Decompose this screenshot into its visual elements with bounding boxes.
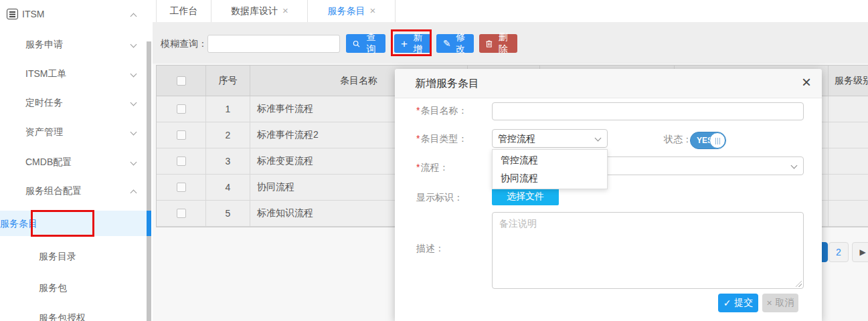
row-checkbox[interactable] <box>177 183 186 192</box>
add-service-entry-modal: 新增服务条目 × *条目名称： *条目类型： 管控流程 状态： YES 管控流程… <box>395 69 822 321</box>
row-seq: 1 <box>206 96 250 122</box>
row-select-cell <box>157 96 206 122</box>
sidebar-root-label: ITSM <box>22 4 44 24</box>
sidebar-item-label: 服务包 <box>39 278 67 298</box>
sidebar-item-service-catalog[interactable]: 服务目录 <box>0 246 151 266</box>
row-cell <box>829 201 868 227</box>
check-icon: ✓ <box>723 298 731 308</box>
label-text: 显示标识： <box>416 192 463 203</box>
row-cell <box>829 122 868 148</box>
required-marker: * <box>416 105 420 116</box>
row-checkbox[interactable] <box>177 130 186 140</box>
tab-label: 数据库设计 <box>231 5 278 16</box>
textarea-resize-handle[interactable] <box>795 280 802 287</box>
dropdown-option-collab-flow[interactable]: 协同流程 <box>493 169 607 187</box>
entry-type-select[interactable]: 管控流程 <box>492 129 608 148</box>
add-button[interactable]: + 新增 <box>394 34 432 53</box>
chevron-down-icon <box>791 163 798 169</box>
tab-label: 工作台 <box>170 5 198 16</box>
status-toggle[interactable]: YES <box>690 132 726 149</box>
sidebar-item-scheduled-task[interactable]: 定时任务 <box>0 92 151 112</box>
add-button-label: 新增 <box>411 31 425 56</box>
delete-button[interactable]: 删除 <box>479 34 517 53</box>
choose-file-button[interactable]: 选择文件 <box>492 188 559 205</box>
chevron-up-icon <box>131 190 137 197</box>
entry-name-label: *条目名称： <box>416 105 467 117</box>
close-icon[interactable]: × <box>370 5 376 16</box>
submit-button-label: 提交 <box>734 297 753 309</box>
toolbar: 模糊查询： 查询 + 新增 ✎ 修改 删除 <box>153 22 868 64</box>
dropdown-option-control-flow[interactable]: 管控流程 <box>493 151 607 169</box>
cancel-button[interactable]: × 取消 <box>762 294 798 312</box>
row-cell <box>829 175 868 201</box>
row-seq: 5 <box>206 201 250 227</box>
select-all-checkbox[interactable] <box>177 76 186 86</box>
row-checkbox[interactable] <box>177 156 186 166</box>
chevron-down-icon <box>131 159 137 166</box>
pencil-icon: ✎ <box>443 38 451 49</box>
sidebar-item-label: 服务组合配置 <box>25 181 82 201</box>
sidebar-item-itsm-ticket[interactable]: ITSM工单 <box>0 64 151 84</box>
fuzzy-search-label: 模糊查询： <box>161 38 207 50</box>
sidebar-item-asset-mgmt[interactable]: 资产管理 <box>0 122 151 142</box>
sidebar-item-service-combo-config[interactable]: 服务组合配置 <box>0 181 151 201</box>
row-select-cell <box>157 148 206 175</box>
sidebar-item-service-package[interactable]: 服务包 <box>0 278 151 298</box>
flow-label: *流程： <box>416 162 448 174</box>
sidebar-item-cmdb-config[interactable]: CMDB配置 <box>0 152 151 172</box>
sidebar-item-label: 资产管理 <box>25 122 63 142</box>
fuzzy-search-input[interactable] <box>207 35 340 53</box>
next-page-icon: ▶ <box>859 247 865 257</box>
trash-icon <box>486 39 493 48</box>
description-label: 描述： <box>416 243 444 255</box>
tab-service-entry[interactable]: 服务条目× <box>309 0 396 22</box>
required-marker: * <box>416 162 420 173</box>
label-text: 流程： <box>420 162 448 173</box>
header-select-all-cell <box>157 66 206 96</box>
search-icon <box>353 39 360 48</box>
sidebar-item-label: 服务条目 <box>0 218 37 229</box>
sidebar: ITSM 服务申请 ITSM工单 定时任务 资产管理 CMDB配置 服务组合配置 <box>0 0 153 321</box>
entry-name-input[interactable] <box>492 102 804 120</box>
app-root: ITSM 服务申请 ITSM工单 定时任务 资产管理 CMDB配置 服务组合配置 <box>0 0 868 321</box>
pagination-next-button[interactable]: ▶ <box>852 242 868 262</box>
header-service-level: 服务级别 <box>829 66 868 96</box>
submit-button[interactable]: ✓ 提交 <box>718 294 758 312</box>
sidebar-item-label: 服务申请 <box>25 34 63 54</box>
status-label: 状态： <box>664 134 692 146</box>
chevron-down-icon <box>131 129 137 136</box>
menu-list-icon <box>7 9 18 19</box>
edit-button-label: 修改 <box>454 31 467 56</box>
tab-workbench[interactable]: 工作台 <box>156 0 211 22</box>
sidebar-item-label: CMDB配置 <box>25 152 72 172</box>
sidebar-item-service-entry[interactable]: 服务条目 <box>0 211 151 236</box>
row-checkbox[interactable] <box>177 104 186 114</box>
plus-icon: + <box>401 38 408 49</box>
row-checkbox[interactable] <box>177 209 186 218</box>
row-seq: 4 <box>206 175 250 201</box>
description-textarea[interactable] <box>492 212 804 289</box>
query-button[interactable]: 查询 <box>346 34 385 53</box>
entry-type-dropdown: 管控流程 协同流程 <box>492 149 608 189</box>
close-icon[interactable]: × <box>802 73 811 92</box>
label-text: 描述： <box>416 243 444 253</box>
row-select-cell <box>157 122 206 148</box>
chevron-up-icon <box>131 13 137 20</box>
cancel-button-label: 取消 <box>776 297 794 309</box>
tab-database-design[interactable]: 数据库设计× <box>212 0 308 22</box>
sidebar-scrollbar[interactable] <box>147 41 151 321</box>
tab-bar: 工作台 数据库设计× 服务条目× <box>153 0 868 22</box>
row-cell <box>829 148 868 175</box>
sidebar-item-service-package-auth[interactable]: 服务包授权 <box>0 308 151 321</box>
label-text: 状态： <box>664 134 692 144</box>
sidebar-item-service-request[interactable]: 服务申请 <box>0 34 151 54</box>
sidebar-item-label: ITSM工单 <box>25 64 66 84</box>
pagination-page-2[interactable]: 2 <box>829 242 849 262</box>
edit-button[interactable]: ✎ 修改 <box>436 34 474 53</box>
chevron-down-icon <box>595 135 602 142</box>
sidebar-item-itsm-root[interactable]: ITSM <box>0 4 151 24</box>
query-button-label: 查询 <box>363 31 379 56</box>
close-icon[interactable]: × <box>282 5 288 16</box>
entry-type-value: 管控流程 <box>498 133 535 144</box>
row-select-cell <box>157 175 206 201</box>
